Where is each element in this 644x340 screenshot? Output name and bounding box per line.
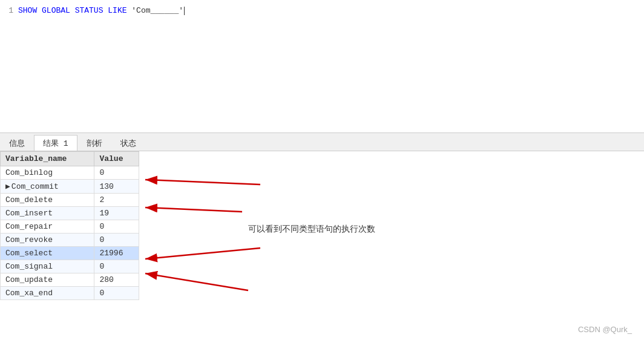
annotation-text: 可以看到不同类型语句的执行次数 [248, 224, 375, 235]
annotation-area: 可以看到不同类型语句的执行次数 [139, 151, 644, 340]
table-row[interactable]: Com_update 280 [1, 273, 139, 287]
table-row[interactable]: Com_insert 19 [1, 207, 139, 220]
cell-variable: ▶Com_commit [1, 180, 94, 194]
keyword-global: GLOBAL [42, 5, 70, 17]
cell-value: 0 [94, 260, 139, 273]
arrows-overlay [139, 151, 644, 340]
cell-value: 280 [94, 273, 139, 287]
table-row[interactable]: Com_revoke 0 [1, 234, 139, 247]
table-row[interactable]: Com_repair 0 [1, 220, 139, 234]
table-row[interactable]: Com_binlog 0 [1, 166, 139, 180]
text-cursor [184, 7, 185, 15]
cell-variable: Com_insert [1, 207, 94, 220]
line-numbers: 1 [0, 5, 18, 128]
svg-line-3 [145, 248, 260, 259]
cell-value: 19 [94, 207, 139, 220]
watermark: CSDN @Qurk_ [578, 325, 632, 334]
cell-variable: Com_signal [1, 260, 94, 273]
row-indicator: ▶ [5, 182, 12, 191]
string-value: 'Com______' [131, 5, 183, 17]
cell-variable: Com_select [1, 247, 94, 260]
table-row[interactable]: Com_xa_end 0 [1, 287, 139, 300]
cell-variable: Com_binlog [1, 166, 94, 180]
results-table: Variable_name Value Com_binlog 0 ▶Com_co… [0, 151, 139, 300]
line-number: 1 [0, 5, 13, 17]
tab-status[interactable]: 状态 [111, 135, 145, 151]
keyword-like: LIKE [108, 5, 126, 17]
svg-line-2 [145, 208, 242, 212]
keyword-status: STATUS [75, 5, 104, 17]
cell-value: 0 [94, 287, 139, 300]
cell-value: 2 [94, 194, 139, 207]
cell-value: 0 [94, 220, 139, 234]
table-row[interactable]: ▶Com_commit 130 [1, 180, 139, 194]
cell-variable: Com_delete [1, 194, 94, 207]
tabs-bar: 信息 结果 1 剖析 状态 [0, 133, 644, 151]
table-row[interactable]: Com_delete 2 [1, 194, 139, 207]
code-line-1: SHOW GLOBAL STATUS LIKE 'Com______' [18, 5, 644, 17]
col-header-value: Value [94, 152, 139, 166]
cell-variable: Com_update [1, 273, 94, 287]
tab-profile[interactable]: 剖析 [77, 135, 111, 151]
editor-area: 1 SHOW GLOBAL STATUS LIKE 'Com______' [0, 0, 644, 133]
cell-variable: Com_xa_end [1, 287, 94, 300]
results-container: Variable_name Value Com_binlog 0 ▶Com_co… [0, 151, 644, 340]
cell-variable: Com_repair [1, 220, 94, 234]
col-header-variable: Variable_name [1, 152, 94, 166]
table-row[interactable]: Com_signal 0 [1, 260, 139, 273]
cell-variable: Com_revoke [1, 234, 94, 247]
cell-value: 21996 [94, 247, 139, 260]
keyword-show: SHOW [18, 5, 37, 17]
code-content[interactable]: SHOW GLOBAL STATUS LIKE 'Com______' [18, 5, 644, 128]
tab-info[interactable]: 信息 [0, 135, 34, 151]
cell-value: 0 [94, 166, 139, 180]
svg-line-4 [145, 273, 248, 290]
svg-line-1 [145, 180, 260, 185]
cell-value: 0 [94, 234, 139, 247]
table-container[interactable]: Variable_name Value Com_binlog 0 ▶Com_co… [0, 151, 139, 340]
table-row-selected[interactable]: Com_select 21996 [1, 247, 139, 260]
tab-result1[interactable]: 结果 1 [34, 135, 77, 151]
cell-value: 130 [94, 180, 139, 194]
